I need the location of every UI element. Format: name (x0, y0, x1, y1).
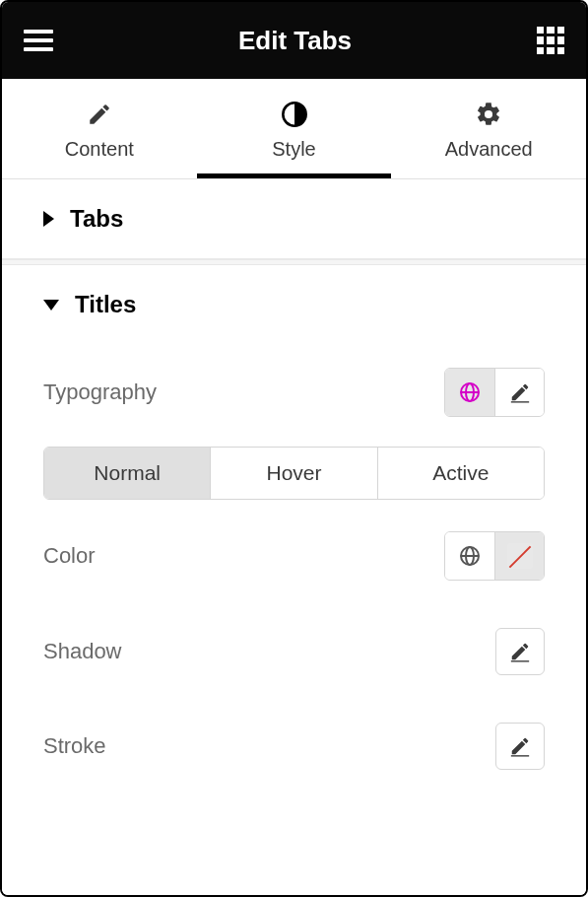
edit-button[interactable] (495, 628, 545, 675)
edit-button[interactable] (495, 723, 545, 770)
edit-button[interactable] (494, 369, 544, 416)
color-swatch-button[interactable] (494, 532, 544, 580)
section-header-titles[interactable]: Titles (2, 265, 586, 344)
tabs-nav: Content Style Advanced (2, 79, 586, 179)
control-label: Color (43, 543, 96, 569)
globe-icon (458, 544, 482, 568)
svg-rect-9 (511, 755, 529, 756)
tab-content[interactable]: Content (2, 79, 197, 178)
content-area: Tabs Titles Typography Norma (2, 179, 586, 895)
state-toggle: Normal Hover Active (43, 447, 545, 500)
color-buttons (444, 531, 545, 581)
section-title: Titles (75, 291, 136, 318)
control-label: Typography (43, 380, 157, 405)
state-active[interactable]: Active (377, 448, 544, 499)
control-shadow: Shadow (43, 604, 545, 699)
section-title: Tabs (70, 205, 123, 233)
tab-label: Content (65, 138, 134, 161)
globe-icon (458, 380, 482, 404)
section-body-titles: Typography Normal Hover Active Color (2, 344, 586, 823)
tab-label: Style (272, 138, 315, 161)
section-titles: Titles Typography Normal Hover Active (2, 265, 586, 823)
tab-label: Advanced (445, 138, 533, 161)
gear-icon (475, 101, 502, 128)
state-hover[interactable]: Hover (210, 448, 376, 499)
pencil-icon (86, 101, 113, 128)
globe-button[interactable] (445, 369, 494, 416)
menu-icon[interactable] (24, 26, 53, 55)
state-normal[interactable]: Normal (44, 448, 210, 499)
control-label: Shadow (43, 639, 122, 664)
pencil-icon (509, 381, 531, 403)
apps-grid-icon[interactable] (537, 27, 564, 54)
contrast-icon (281, 101, 308, 128)
section-tabs: Tabs (2, 179, 586, 259)
caret-right-icon (43, 211, 54, 227)
section-header-tabs[interactable]: Tabs (2, 179, 586, 258)
header-title: Edit Tabs (238, 26, 352, 56)
editor-header: Edit Tabs (2, 2, 586, 79)
svg-rect-4 (510, 401, 528, 402)
typography-buttons (444, 368, 545, 417)
tab-style[interactable]: Style (197, 79, 392, 178)
caret-down-icon (43, 300, 59, 310)
control-color: Color (43, 508, 545, 604)
tab-advanced[interactable]: Advanced (391, 79, 586, 178)
control-stroke: Stroke (43, 699, 545, 794)
pencil-icon (509, 641, 531, 662)
control-typography: Typography (43, 344, 545, 441)
control-label: Stroke (43, 733, 106, 759)
empty-swatch-icon (507, 543, 533, 569)
globe-button[interactable] (445, 532, 494, 580)
svg-rect-8 (511, 660, 529, 661)
pencil-icon (509, 735, 531, 757)
